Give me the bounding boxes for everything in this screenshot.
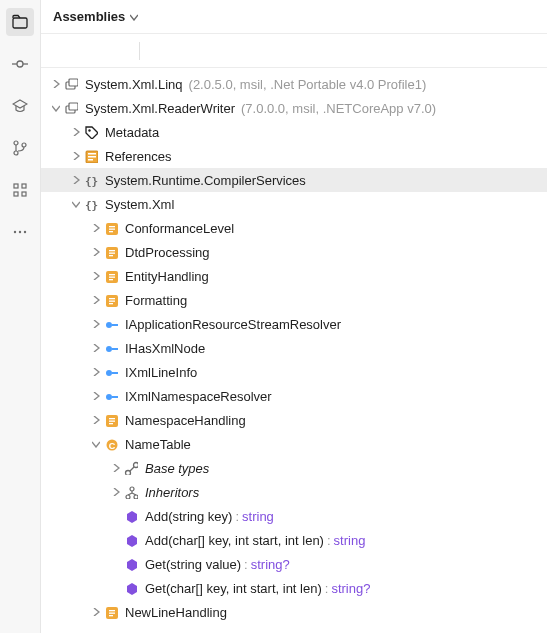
interface-icon [103, 388, 119, 404]
namespace-name: System.Xml [105, 197, 174, 212]
tree-enum[interactable]: DtdProcessing [41, 240, 547, 264]
left-rail [0, 0, 41, 633]
tree-interface[interactable]: IXmlNamespaceResolver [41, 384, 547, 408]
type-name: IXmlNamespaceResolver [125, 389, 272, 404]
colon: : [325, 581, 329, 596]
namespace-name: System.Runtime.CompilerServices [105, 173, 306, 188]
assembly-icon [63, 76, 79, 92]
type-name: NamespaceHandling [125, 413, 246, 428]
interface-icon [103, 364, 119, 380]
expand-arrow[interactable] [89, 224, 103, 232]
references-icon [83, 148, 99, 164]
method-icon [123, 508, 139, 524]
inheritors-icon [123, 484, 139, 500]
return-type: string? [251, 557, 290, 572]
rail-vcs-commit[interactable] [6, 50, 34, 78]
tree-method[interactable]: Add(string key):string [41, 504, 547, 528]
tree-assembly[interactable]: System.Xml.Linq (2.0.5.0, msil, .Net Por… [41, 72, 547, 96]
interface-icon [103, 316, 119, 332]
return-type: string? [331, 581, 370, 596]
class-name: NameTable [125, 437, 191, 452]
basetypes-icon [123, 460, 139, 476]
tree-interface[interactable]: IApplicationResourceStreamResolver [41, 312, 547, 336]
return-type: string [242, 509, 274, 524]
tree: System.Xml.Linq (2.0.5.0, msil, .Net Por… [41, 68, 547, 633]
basetypes-label: Base types [145, 461, 209, 476]
expand-arrow[interactable] [69, 176, 83, 184]
tag-icon [83, 124, 99, 140]
tb-btn-5[interactable] [176, 39, 200, 63]
expand-arrow[interactable] [89, 272, 103, 280]
class-icon [103, 436, 119, 452]
rail-explorer[interactable] [6, 8, 34, 36]
expand-arrow[interactable] [109, 464, 123, 472]
expand-arrow[interactable] [69, 152, 83, 160]
tree-method[interactable]: Get(string value):string? [41, 552, 547, 576]
tree-enum[interactable]: Formatting [41, 288, 547, 312]
type-name: Formatting [125, 293, 187, 308]
collapse-arrow[interactable] [69, 200, 83, 208]
enum-icon [103, 220, 119, 236]
tree-class[interactable]: NameTable [41, 432, 547, 456]
expand-arrow[interactable] [89, 344, 103, 352]
rail-git-branch[interactable] [6, 134, 34, 162]
expand-arrow[interactable] [89, 248, 103, 256]
type-name: IHasXmlNode [125, 341, 205, 356]
enum-icon [103, 292, 119, 308]
tree-inheritors[interactable]: Inheritors [41, 480, 547, 504]
enum-icon [103, 268, 119, 284]
method-signature: Add(char[] key, int start, int len) [145, 533, 324, 548]
type-name: ConformanceLevel [125, 221, 234, 236]
tree-enum[interactable]: NewLineHandling [41, 600, 547, 624]
expand-arrow[interactable] [89, 608, 103, 616]
tree-method[interactable]: Get(char[] key, int start, int len):stri… [41, 576, 547, 600]
assembly-icon [63, 100, 79, 116]
rail-learn[interactable] [6, 92, 34, 120]
expand-arrow[interactable] [69, 128, 83, 136]
inheritors-label: Inheritors [145, 485, 199, 500]
expand-arrow[interactable] [49, 80, 63, 88]
tb-btn-3[interactable] [107, 39, 131, 63]
rail-structure[interactable] [6, 176, 34, 204]
namespace-icon [83, 196, 99, 212]
method-icon [123, 556, 139, 572]
tree-metadata[interactable]: Metadata [41, 120, 547, 144]
type-name: DtdProcessing [125, 245, 210, 260]
metadata-label: Metadata [105, 125, 159, 140]
toolbar [41, 34, 547, 68]
tree-method[interactable]: Add(char[] key, int start, int len):stri… [41, 528, 547, 552]
rail-more[interactable] [6, 218, 34, 246]
tree-basetypes[interactable]: Base types [41, 456, 547, 480]
expand-arrow[interactable] [89, 368, 103, 376]
tree-assembly[interactable]: System.Xml.ReaderWriter (7.0.0.0, msil, … [41, 96, 547, 120]
method-signature: Get(string value) [145, 557, 241, 572]
expand-arrow[interactable] [89, 296, 103, 304]
tree-enum[interactable]: EntityHandling [41, 264, 547, 288]
method-signature: Get(char[] key, int start, int len) [145, 581, 322, 596]
expand-arrow[interactable] [109, 488, 123, 496]
tb-btn-4[interactable] [148, 39, 172, 63]
tree-namespace[interactable]: System.Runtime.CompilerServices [41, 168, 547, 192]
tree-interface[interactable]: IHasXmlNode [41, 336, 547, 360]
tree-namespace[interactable]: System.Xml [41, 192, 547, 216]
collapse-arrow[interactable] [89, 440, 103, 448]
method-icon [123, 532, 139, 548]
tree-interface[interactable]: IXmlLineInfo [41, 360, 547, 384]
tb-btn-1[interactable] [51, 39, 75, 63]
expand-arrow[interactable] [89, 416, 103, 424]
tree-enum[interactable]: NamespaceHandling [41, 408, 547, 432]
method-signature: Add(string key) [145, 509, 232, 524]
colon: : [235, 509, 239, 524]
assembly-meta: (2.0.5.0, msil, .Net Portable v4.0 Profi… [189, 77, 427, 92]
tb-btn-6[interactable] [204, 39, 228, 63]
colon: : [244, 557, 248, 572]
enum-icon [103, 412, 119, 428]
tree-enum[interactable]: ConformanceLevel [41, 216, 547, 240]
tree-references[interactable]: References [41, 144, 547, 168]
expand-arrow[interactable] [89, 320, 103, 328]
tb-btn-2[interactable] [79, 39, 103, 63]
method-icon [123, 580, 139, 596]
type-name: IXmlLineInfo [125, 365, 197, 380]
collapse-arrow[interactable] [49, 104, 63, 112]
expand-arrow[interactable] [89, 392, 103, 400]
